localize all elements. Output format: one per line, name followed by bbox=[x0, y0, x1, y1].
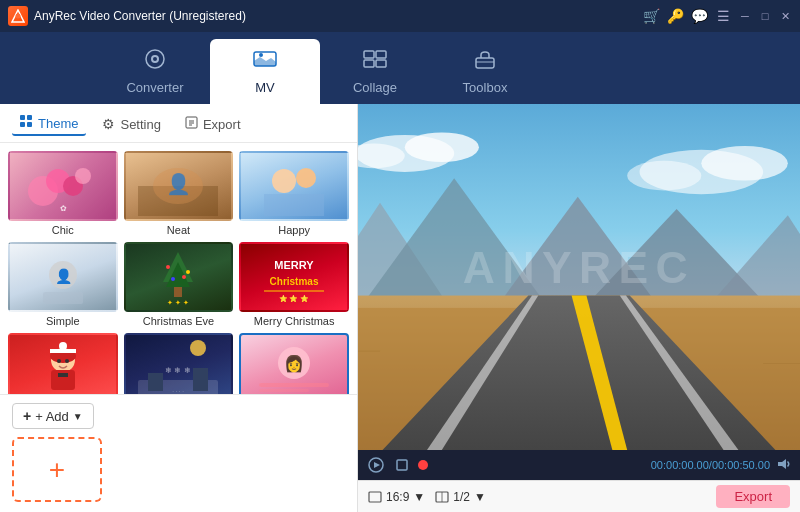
aspect-ratio-value: 16:9 bbox=[386, 490, 409, 504]
add-area: + + Add ▼ + bbox=[0, 394, 357, 512]
left-panel: Theme ⚙ Setting Export bbox=[0, 104, 358, 512]
aspect-dropdown-icon: ▼ bbox=[413, 490, 425, 504]
svg-rect-8 bbox=[376, 51, 386, 58]
record-indicator bbox=[418, 460, 428, 470]
tab-mv[interactable]: MV bbox=[210, 39, 320, 104]
subtab-export[interactable]: Export bbox=[177, 112, 249, 136]
svg-rect-15 bbox=[20, 122, 25, 127]
svg-rect-59 bbox=[193, 368, 208, 391]
svg-text:✿: ✿ bbox=[59, 204, 66, 213]
svg-rect-34 bbox=[43, 292, 83, 304]
svg-point-29 bbox=[272, 169, 296, 193]
tab-mv-label: MV bbox=[255, 80, 275, 95]
theme-christmas-eve-label: Christmas Eve bbox=[143, 315, 215, 327]
add-plus-icon: + bbox=[23, 408, 31, 424]
theme-chic[interactable]: ✿ Chic bbox=[8, 151, 118, 236]
nav-tabs: Converter MV Collage bbox=[0, 32, 800, 104]
video-bar: 16:9 ▼ 1/2 ▼ Export bbox=[358, 480, 800, 512]
svg-text:MERRY: MERRY bbox=[274, 259, 314, 271]
tab-converter[interactable]: Converter bbox=[100, 39, 210, 104]
svg-rect-9 bbox=[364, 60, 374, 67]
mv-icon bbox=[252, 48, 278, 76]
theme-snowy-night[interactable]: ❄ ❄ ❄ · · · · Snowy Night bbox=[124, 333, 234, 394]
svg-text:Christmas: Christmas bbox=[270, 276, 319, 287]
app-logo bbox=[8, 6, 28, 26]
svg-point-71 bbox=[627, 161, 701, 191]
svg-text:ANYREC: ANYREC bbox=[463, 243, 695, 292]
svg-text:✦ ✦ ✦: ✦ ✦ ✦ bbox=[168, 299, 190, 306]
theme-stripes-waves[interactable]: 👩 Stripes & Waves bbox=[239, 333, 349, 394]
volume-icon[interactable] bbox=[776, 456, 792, 475]
page-selector[interactable]: 1/2 ▼ bbox=[435, 490, 486, 504]
svg-rect-58 bbox=[148, 373, 163, 391]
tab-converter-label: Converter bbox=[126, 80, 183, 95]
theme-happy[interactable]: Happy bbox=[239, 151, 349, 236]
tab-collage-label: Collage bbox=[353, 80, 397, 95]
subtab-theme[interactable]: Theme bbox=[12, 112, 86, 136]
video-controls: 00:00:00.00/00:00:50.00 bbox=[358, 450, 800, 480]
svg-rect-63 bbox=[259, 383, 329, 387]
maximize-button[interactable]: □ bbox=[758, 9, 772, 23]
svg-point-24 bbox=[75, 168, 91, 184]
tab-toolbox-label: Toolbox bbox=[463, 80, 508, 95]
svg-point-55 bbox=[190, 340, 206, 356]
app-title: AnyRec Video Converter (Unregistered) bbox=[34, 9, 642, 23]
time-display: 00:00:00.00/00:00:50.00 bbox=[434, 459, 770, 471]
subtab-theme-label: Theme bbox=[38, 116, 78, 131]
svg-point-4 bbox=[153, 57, 157, 61]
svg-point-67 bbox=[405, 132, 479, 162]
theme-neat-label: Neat bbox=[167, 224, 190, 236]
svg-point-30 bbox=[296, 168, 316, 188]
title-bar-actions: 🛒 🔑 💬 ☰ ─ □ ✕ bbox=[642, 7, 792, 25]
page-value: 1/2 bbox=[453, 490, 470, 504]
cart-icon[interactable]: 🛒 bbox=[642, 7, 660, 25]
svg-rect-10 bbox=[376, 60, 386, 67]
svg-rect-11 bbox=[476, 58, 494, 68]
subtab-setting[interactable]: ⚙ Setting bbox=[94, 112, 168, 136]
theme-simple-label: Simple bbox=[46, 315, 80, 327]
collage-icon bbox=[362, 48, 388, 76]
key-icon[interactable]: 🔑 bbox=[666, 7, 684, 25]
subtab-export-label: Export bbox=[203, 117, 241, 132]
subtab-setting-label: Setting bbox=[120, 117, 160, 132]
theme-santa-claus[interactable]: Santa Claus bbox=[8, 333, 118, 394]
svg-point-53 bbox=[65, 359, 69, 363]
minimize-button[interactable]: ─ bbox=[738, 9, 752, 23]
svg-text:⭐ ⭐ ⭐: ⭐ ⭐ ⭐ bbox=[279, 294, 310, 303]
video-preview: ANYREC bbox=[358, 104, 800, 450]
tab-toolbox[interactable]: Toolbox bbox=[430, 39, 540, 104]
svg-rect-7 bbox=[364, 51, 374, 58]
svg-point-52 bbox=[57, 359, 61, 363]
converter-icon bbox=[142, 48, 168, 76]
export-button[interactable]: Export bbox=[716, 485, 790, 508]
menu-icon[interactable]: ☰ bbox=[714, 7, 732, 25]
add-media-placeholder[interactable]: + bbox=[12, 437, 102, 502]
svg-rect-88 bbox=[397, 460, 407, 470]
svg-rect-90 bbox=[369, 492, 381, 502]
title-bar: AnyRec Video Converter (Unregistered) 🛒 … bbox=[0, 0, 800, 32]
theme-grid-icon bbox=[20, 115, 33, 131]
theme-merry-christmas-label: Merry Christmas bbox=[254, 315, 335, 327]
svg-marker-89 bbox=[778, 459, 786, 469]
svg-point-51 bbox=[59, 342, 67, 350]
add-dropdown-icon: ▼ bbox=[73, 411, 83, 422]
close-button[interactable]: ✕ bbox=[778, 9, 792, 23]
theme-neat[interactable]: 👤 Neat bbox=[124, 151, 234, 236]
theme-christmas-eve[interactable]: ✦ ✦ ✦ Christmas Eve bbox=[124, 242, 234, 327]
add-button[interactable]: + + Add ▼ bbox=[12, 403, 94, 429]
aspect-ratio-selector[interactable]: 16:9 ▼ bbox=[368, 490, 425, 504]
stop-button[interactable] bbox=[392, 455, 412, 475]
theme-merry-christmas[interactable]: MERRY Christmas ⭐ ⭐ ⭐ Merry Christmas bbox=[239, 242, 349, 327]
tab-collage[interactable]: Collage bbox=[320, 39, 430, 104]
svg-text:👤: 👤 bbox=[166, 172, 191, 196]
play-button[interactable] bbox=[366, 455, 386, 475]
svg-point-38 bbox=[166, 265, 170, 269]
chat-icon[interactable]: 💬 bbox=[690, 7, 708, 25]
theme-happy-label: Happy bbox=[278, 224, 310, 236]
add-placeholder-plus-icon: + bbox=[49, 456, 65, 484]
svg-text:❄ ❄ ❄: ❄ ❄ ❄ bbox=[166, 366, 191, 375]
theme-simple[interactable]: 👤 Simple bbox=[8, 242, 118, 327]
svg-rect-37 bbox=[174, 287, 182, 297]
toolbox-icon bbox=[472, 48, 498, 76]
svg-point-40 bbox=[171, 277, 175, 281]
